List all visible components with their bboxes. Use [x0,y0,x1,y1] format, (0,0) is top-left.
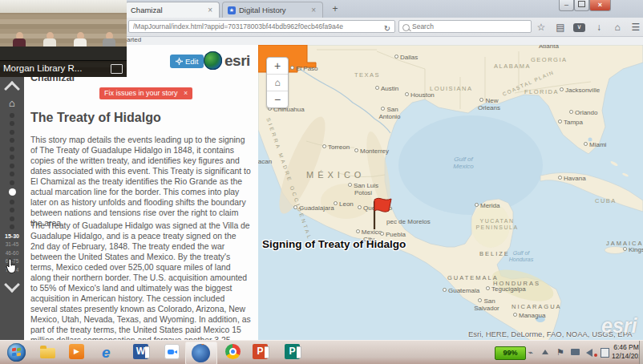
reload-icon[interactable]: ↻ [380,22,394,35]
nav-dot[interactable] [10,224,14,229]
fix-close-icon[interactable]: × [184,89,188,97]
nav-dot[interactable] [10,138,14,143]
map-label-mexico: MÉXICO [306,170,365,180]
nav-down-chevron[interactable] [4,277,20,293]
nav-dot[interactable] [10,200,14,204]
nav-dot[interactable] [10,172,14,176]
tab-chamizal[interactable]: Chamizal × [125,2,220,18]
tab-digital-history[interactable]: ★ Digital History × [222,2,323,18]
map-label-cuba: CUBA [595,197,617,204]
clock-time: 6:46 PM [612,343,641,352]
url-bar[interactable] [128,20,395,33]
publisher-icon[interactable]: P [285,344,301,361]
map-city-havana: Havana [558,175,586,182]
tab-close-icon[interactable]: × [206,6,214,14]
star-favicon-icon: ★ [228,6,236,14]
map-label-alabama: ALABAMA [494,63,531,70]
search-input[interactable] [398,20,532,33]
new-tab-button[interactable]: + [329,3,342,15]
tab-close-icon[interactable]: × [309,6,317,14]
esri-globe-icon [204,51,222,70]
pocket-icon[interactable]: ∨ [573,23,585,32]
story-paragraph-2: The Treaty of Guadalupe Hidalgo was sign… [30,220,252,356]
window-close-button[interactable]: × [589,0,611,11]
nav-dot[interactable] [10,113,14,118]
map-label-nicaragua: NICARAGUA [512,303,562,310]
nav-range-15-30[interactable]: 15-30 [0,233,24,239]
cast-icon[interactable] [111,64,123,74]
download-icon[interactable]: ↓ [592,22,606,34]
firefox-taskbar-button-active[interactable] [185,342,217,364]
nav-dot[interactable] [10,216,14,221]
esri-logo[interactable]: esri [204,51,250,70]
system-clock[interactable]: 6:46 PM 12/14/2016 [612,343,641,361]
map-label-guatemala: GUATEMALA [447,274,499,281]
map-city-miami: Miami [584,141,606,148]
zoom-in-button[interactable]: + [267,58,288,75]
map-city-houston: Houston [405,91,435,99]
show-desktop-button[interactable] [639,341,643,364]
edit-button[interactable]: Edit [170,55,204,68]
library-icon[interactable]: ▤ [553,22,568,34]
map-label-yucatan: YUCATAN PENINSULA [471,218,523,231]
map-label-florida: FLORIDA [524,88,559,95]
map-canvas[interactable]: TEXAS LOUISIANA ALABAMA GEORGIA FLORIDA … [258,45,643,341]
map-city-dallas: Dallas [394,54,418,61]
tab-title: Digital History [239,6,286,14]
powerpoint-icon[interactable]: P [253,344,269,361]
speaker-alert-dot [594,354,597,357]
video-overlay[interactable]: Morgan Library R... [0,0,127,77]
nav-up-chevron[interactable] [4,81,20,97]
window-minimize-button[interactable]: – [559,0,574,11]
nav-dot[interactable] [10,121,14,126]
word-icon[interactable]: W [133,344,150,361]
gear-icon [176,58,183,65]
fix-issues-button[interactable]: Fix issues in your story × [99,87,192,99]
start-button[interactable] [7,343,26,362]
nav-dot[interactable] [10,164,14,168]
file-explorer-icon[interactable] [40,344,57,361]
chrome-icon[interactable] [225,344,242,361]
map-city-kingston: Kingston [623,246,643,253]
nav-home-icon[interactable]: ⌂ [0,98,24,109]
zoom-home-button[interactable]: ⌂ [267,75,288,91]
map-city-merida: Merida [475,202,499,209]
treaty-flag-marker[interactable] [369,192,393,232]
map-label-gulf-of-mexico: Gulf of Mexico [446,156,481,170]
window-maximize-button[interactable] [574,0,589,11]
media-player-icon[interactable]: ▶ [69,344,86,361]
map-city-guatemala: Guatemala [443,287,479,294]
nav-dot[interactable] [10,180,14,185]
zoom-out-button[interactable]: − [267,91,288,107]
tab-title: Chamizal [131,6,163,14]
nav-dot[interactable] [10,130,14,135]
battery-indicator[interactable]: 99% [495,346,526,360]
speaker-icon[interactable] [586,349,592,357]
windows-flag-icon [12,353,16,357]
map-city-san-salvador: San Salvador [468,297,505,312]
nav-dot-active[interactable] [9,188,16,196]
bookmark-star-icon[interactable]: ☆ [534,22,548,34]
map-label-georgia: GEORGIA [531,56,568,63]
nav-dot[interactable] [10,208,14,212]
firefox-icon [192,344,210,362]
zoom-app-icon[interactable] [164,344,181,361]
map-city-atlanta: Atlanta [539,45,559,50]
menu-icon[interactable]: ☰ [629,22,643,34]
action-center-flag-icon[interactable]: ⚑ [556,347,564,358]
nav-dot[interactable] [10,147,14,152]
show-hidden-icons[interactable] [542,350,548,354]
map-city-guadalajara: Guadalajara [293,204,334,212]
network-icon[interactable] [571,349,580,355]
windows-flag-icon [12,348,16,352]
nav-range-46-60[interactable]: 46-60 [0,250,24,256]
internet-explorer-icon[interactable]: e [102,344,119,361]
map-city-el-paso: El Paso [290,65,318,72]
map-label-texas: TEXAS [354,71,380,79]
nav-dot[interactable] [10,155,14,160]
home-icon[interactable]: ⌂ [610,22,625,34]
tray-app-icon[interactable] [601,348,609,358]
map-city-ecatepec-de-morelos: pec de Morelos [386,218,431,225]
nav-range-31-45[interactable]: 31-45 [0,241,24,247]
bookmark-item[interactable]: arted [127,36,141,43]
